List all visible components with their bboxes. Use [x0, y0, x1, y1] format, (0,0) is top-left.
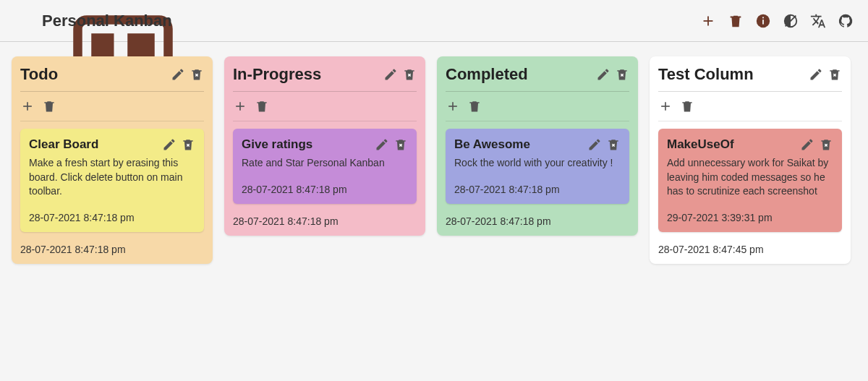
cards-container: MakeUseOf Add unnecessary work for Saika…	[658, 121, 842, 232]
column-card-actions	[658, 92, 842, 121]
card-description: Rock the world with your creativity !	[454, 156, 621, 171]
delete-column-button[interactable]	[190, 67, 204, 82]
column-actions	[171, 67, 204, 82]
card-actions	[587, 137, 621, 152]
column-timestamp: 28-07-2021 8:47:18 pm	[20, 241, 204, 255]
kanban-column-test: Test Column MakeUseOf Add unnecessary wo…	[650, 56, 851, 264]
column-timestamp: 28-07-2021 8:47:18 pm	[233, 213, 417, 227]
add-column-button[interactable]	[700, 13, 716, 29]
card-actions	[800, 137, 833, 152]
card-timestamp: 28-07-2021 8:47:18 pm	[29, 212, 195, 223]
cards-container: Give ratings Rate and Star Personal Kanb…	[233, 121, 417, 204]
kanban-column-todo: Todo Clear Board Make a fresh start by e…	[12, 56, 213, 264]
clear-cards-button[interactable]	[680, 99, 694, 114]
edit-card-button[interactable]	[375, 137, 389, 152]
add-card-button[interactable]	[233, 99, 247, 114]
card-description: Rate and Star Personal Kanban	[242, 156, 408, 171]
delete-card-button[interactable]	[819, 137, 833, 152]
column-header: Test Column	[658, 65, 842, 92]
delete-column-button[interactable]	[615, 67, 629, 82]
column-header: In-Progress	[233, 65, 417, 92]
column-title: Test Column	[658, 65, 754, 84]
github-link[interactable]	[838, 13, 854, 29]
delete-card-button[interactable]	[181, 137, 195, 152]
delete-column-button[interactable]	[402, 67, 417, 82]
kanban-card[interactable]: Clear Board Make a fresh start by erasin…	[20, 129, 204, 232]
edit-column-button[interactable]	[596, 67, 610, 82]
delete-card-button[interactable]	[393, 137, 408, 152]
column-actions	[809, 67, 842, 82]
kanban-card[interactable]: Give ratings Rate and Star Personal Kanb…	[233, 129, 417, 204]
card-header: Give ratings	[242, 137, 408, 152]
app-title: Personal Kanban	[42, 12, 172, 30]
brand: Personal Kanban	[14, 11, 172, 31]
delete-card-button[interactable]	[606, 137, 621, 152]
card-title: Clear Board	[29, 137, 98, 152]
card-title: Be Awesome	[454, 137, 530, 152]
kanban-column-in-progress: In-Progress Give ratings Rate and Star P…	[224, 56, 425, 236]
column-card-actions	[446, 92, 629, 121]
main-toolbar: Personal Kanban	[0, 0, 868, 42]
kanban-column-completed: Completed Be Awesome Rock the world with…	[437, 56, 638, 236]
card-header: Be Awesome	[454, 137, 621, 152]
column-title: In-Progress	[233, 65, 321, 84]
column-card-actions	[20, 92, 204, 121]
column-header: Completed	[446, 65, 629, 92]
edit-column-button[interactable]	[171, 67, 185, 82]
edit-column-button[interactable]	[383, 67, 398, 82]
delete-column-button[interactable]	[827, 67, 842, 82]
column-card-actions	[233, 92, 417, 121]
clear-cards-button[interactable]	[255, 99, 269, 114]
column-title: Completed	[446, 65, 528, 84]
add-card-button[interactable]	[446, 99, 460, 114]
kanban-card[interactable]: MakeUseOf Add unnecessary work for Saika…	[658, 129, 842, 232]
card-actions	[162, 137, 195, 152]
card-description: Add unnecessary work for Saikat by leavi…	[667, 156, 833, 199]
column-title: Todo	[20, 65, 58, 84]
toolbar-actions	[700, 13, 854, 29]
cards-container: Be Awesome Rock the world with your crea…	[446, 121, 629, 204]
language-button[interactable]	[810, 13, 826, 29]
card-title: MakeUseOf	[667, 137, 734, 152]
cards-container: Clear Board Make a fresh start by erasin…	[20, 121, 204, 232]
card-header: Clear Board	[29, 137, 195, 152]
column-header: Todo	[20, 65, 204, 92]
edit-card-button[interactable]	[162, 137, 176, 152]
column-timestamp: 28-07-2021 8:47:18 pm	[446, 213, 629, 227]
edit-card-button[interactable]	[800, 137, 814, 152]
card-timestamp: 28-07-2021 8:47:18 pm	[242, 184, 408, 195]
dark-mode-toggle[interactable]	[783, 13, 799, 29]
column-actions	[383, 67, 417, 82]
column-actions	[596, 67, 629, 82]
card-title: Give ratings	[242, 137, 312, 152]
add-card-button[interactable]	[658, 99, 673, 114]
clear-board-button[interactable]	[728, 13, 744, 29]
card-header: MakeUseOf	[667, 137, 833, 152]
column-timestamp: 28-07-2021 8:47:45 pm	[658, 241, 842, 255]
kanban-board: Todo Clear Board Make a fresh start by e…	[0, 42, 868, 278]
card-timestamp: 29-07-2021 3:39:31 pm	[667, 212, 833, 223]
app-logo-icon	[14, 11, 35, 31]
clear-cards-button[interactable]	[42, 99, 56, 114]
kanban-card[interactable]: Be Awesome Rock the world with your crea…	[446, 129, 629, 204]
add-card-button[interactable]	[20, 99, 35, 114]
clear-cards-button[interactable]	[467, 99, 482, 114]
card-timestamp: 28-07-2021 8:47:18 pm	[454, 184, 621, 195]
edit-card-button[interactable]	[587, 137, 602, 152]
card-description: Make a fresh start by erasing this board…	[29, 156, 195, 199]
edit-column-button[interactable]	[809, 67, 823, 82]
card-actions	[375, 137, 408, 152]
info-button[interactable]	[755, 13, 771, 29]
